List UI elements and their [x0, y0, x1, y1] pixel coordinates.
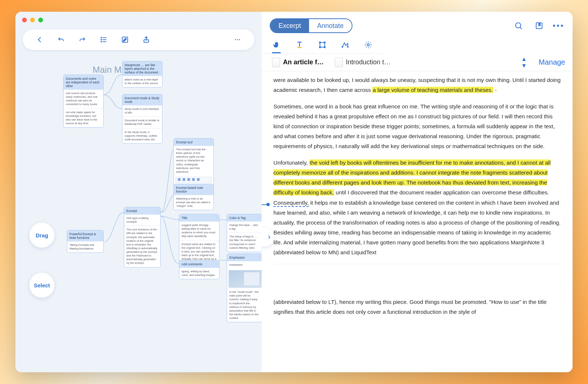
svg-point-3: [101, 37, 101, 38]
mindmap-pane: Main MindMap Documents and notes are ind…: [15, 12, 262, 372]
mode-segmented-control: Excerpt Annotate: [270, 18, 352, 33]
excerpt-link-dot: [266, 203, 270, 206]
node-add-comments[interactable]: Add comments› typing, writing by hand, v…: [179, 260, 219, 279]
highlight[interactable]: a large volume of teaching materials and…: [372, 87, 493, 93]
svg-point-8: [235, 39, 236, 40]
edit-button[interactable]: [118, 32, 132, 47]
node-layers[interactable]: Marginnote … are like layers attached to…: [122, 61, 162, 87]
maximize-window-button[interactable]: [38, 18, 43, 22]
search-icon[interactable]: [512, 19, 525, 32]
lasso-tool-icon[interactable]: [340, 37, 350, 53]
paragraph: (abbreviated below to LT), hence my writ…: [273, 297, 561, 317]
node-docs-notes[interactable]: Documents and notes are independent of e…: [63, 75, 104, 128]
page-nav-pill: ‹ ›: [262, 227, 274, 247]
node-modes[interactable]: Document mode & Study mode› study mode i…: [122, 94, 162, 144]
reader-pane: Excerpt Annotate ••• An article f… Intro…: [262, 12, 573, 372]
svg-point-20: [342, 46, 343, 48]
bookmark-icon[interactable]: [533, 19, 545, 32]
page-gap: [273, 264, 561, 297]
rectangle-tool-icon[interactable]: [317, 37, 327, 53]
node-emphasize[interactable]: Emphasize› emphasize In the "recall mode…: [227, 254, 262, 322]
node-title[interactable]: Title› suggest quite strongly adding tit…: [179, 214, 219, 267]
redo-button[interactable]: [75, 32, 90, 47]
doc-tab-2[interactable]: Introduction t…: [332, 56, 394, 69]
minimize-window-button[interactable]: [30, 18, 35, 22]
node-excerpt[interactable]: Excerpt› One type is taking excerpts The…: [124, 207, 161, 268]
document-content[interactable]: were available to be looked up, I would …: [262, 71, 573, 372]
document-tabs: An article f… Introduction t… ▲▼ Manage: [262, 54, 573, 71]
outline-button[interactable]: [96, 32, 111, 47]
node-powerful[interactable]: Powerful Excerpt & Note functions› Takin…: [67, 230, 104, 253]
reader-more-button[interactable]: •••: [553, 21, 564, 30]
node-excerpt-fn[interactable]: Excerpt-based note function Attaching a …: [173, 184, 214, 210]
emphasize-thumbnail: [229, 270, 262, 288]
svg-point-10: [239, 39, 240, 40]
text-select-tool-icon[interactable]: [294, 37, 304, 53]
svg-point-21: [347, 46, 349, 48]
mindmap-toolbar: [23, 29, 254, 50]
window-controls: [22, 18, 43, 22]
settings-tool-icon[interactable]: [363, 37, 373, 53]
node-color-tag[interactable]: Color & Tag› change the back… add a tag …: [227, 214, 262, 252]
sort-tabs-icon[interactable]: ▲▼: [521, 56, 527, 69]
svg-point-4: [101, 39, 101, 40]
svg-point-11: [516, 23, 521, 28]
svg-point-5: [101, 41, 101, 42]
svg-point-22: [367, 44, 369, 46]
undo-button[interactable]: [54, 32, 68, 47]
next-page-button[interactable]: ›: [268, 230, 270, 244]
back-button[interactable]: [32, 32, 47, 47]
manage-tabs-button[interactable]: Manage: [539, 58, 565, 67]
svg-line-12: [520, 27, 522, 29]
doc-icon: [272, 58, 280, 67]
star-icon: ★: [493, 89, 497, 92]
annotation-tools: [262, 35, 383, 54]
doc-tab-1[interactable]: An article f…: [269, 56, 327, 69]
paragraph: Unfortunately, the void left by books wi…: [273, 158, 561, 257]
app-window: Main MindMap Documents and notes are ind…: [15, 12, 573, 372]
hand-tool-icon[interactable]: [271, 37, 282, 53]
close-window-button[interactable]: [22, 18, 27, 22]
paragraph: Sometimes, one word in a book has great …: [273, 101, 561, 151]
more-button[interactable]: [230, 32, 245, 47]
doc-icon: [335, 58, 343, 67]
drag-mode-button[interactable]: Drag: [29, 223, 54, 248]
select-mode-button[interactable]: Select: [29, 273, 54, 298]
svg-point-9: [237, 39, 238, 40]
excerpt-tool-icons: [175, 177, 212, 183]
excerpt-mode-button[interactable]: Excerpt: [270, 19, 309, 32]
share-button[interactable]: [139, 32, 154, 47]
reader-topbar: Excerpt Annotate •••: [262, 12, 573, 35]
dashed-underline: Consequently,: [273, 200, 309, 207]
paragraph: were available to be looked up, I would …: [273, 75, 561, 95]
svg-rect-19: [324, 47, 326, 48]
svg-rect-16: [319, 42, 321, 43]
svg-rect-18: [319, 47, 321, 48]
annotate-mode-button[interactable]: Annotate: [309, 19, 352, 32]
mindmap-canvas[interactable]: Main MindMap Documents and notes are ind…: [15, 54, 262, 372]
svg-rect-17: [324, 42, 326, 43]
